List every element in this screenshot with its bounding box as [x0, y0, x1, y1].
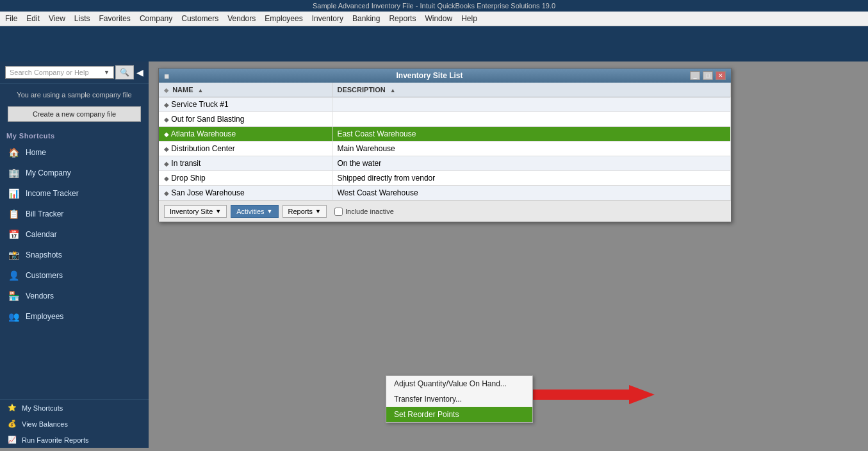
menu-item-transfer-inventory[interactable]: Transfer Inventory...: [386, 391, 532, 407]
menu-inventory[interactable]: Inventory: [312, 14, 343, 23]
sidebar-label-my-company: My Company: [26, 168, 71, 177]
svg-marker-0: [527, 385, 655, 404]
sidebar-item-calendar[interactable]: 📅 Calendar: [0, 224, 149, 245]
menu-window[interactable]: Window: [425, 14, 452, 23]
include-inactive-checkbox[interactable]: Include inactive: [334, 208, 394, 216]
inventory-site-dropdown[interactable]: Inventory Site ▼: [164, 205, 227, 218]
include-inactive-input[interactable]: [334, 208, 343, 216]
content-area: ◼ Inventory Site List _ □ ✕ ◆ NAME ▲: [149, 62, 868, 448]
sidebar-item-my-company[interactable]: 🏢 My Company: [0, 163, 149, 183]
sidebar-label-customers: Customers: [26, 271, 63, 280]
bill-tracker-icon: 📋: [8, 208, 19, 220]
menu-banking[interactable]: Banking: [352, 14, 380, 23]
sidebar-item-income-tracker[interactable]: 📊 Income Tracker: [0, 183, 149, 204]
sidebar-item-snapshots[interactable]: 📸 Snapshots: [0, 245, 149, 265]
sidebar-item-vendors[interactable]: 🏪 Vendors: [0, 286, 149, 306]
sidebar-label-bill-tracker: Bill Tracker: [26, 209, 63, 218]
menu-lists[interactable]: Lists: [74, 14, 90, 23]
sidebar: Search Company or Help ▼ 🔍 ◀ You are usi…: [0, 62, 149, 448]
toolbar-area: [0, 26, 868, 62]
window-title-bar: ◼ Inventory Site List _ □ ✕: [159, 69, 731, 83]
window-restore-icon[interactable]: ◼: [164, 72, 169, 79]
col-header-description[interactable]: DESCRIPTION ▲: [332, 83, 731, 97]
my-shortcuts-icon: ⭐: [8, 404, 17, 412]
search-dropdown-arrow[interactable]: ▼: [104, 69, 110, 76]
row-bullet: ◆: [164, 190, 169, 197]
sidebar-label-my-shortcuts: My Shortcuts: [22, 404, 63, 412]
table-cell-description: [332, 112, 731, 127]
red-arrow-indicator: [527, 382, 655, 407]
table-row[interactable]: ◆ In transitOn the water: [159, 156, 731, 171]
menu-item-set-reorder-points[interactable]: Set Reorder Points: [386, 407, 532, 422]
home-icon: 🏠: [8, 147, 19, 158]
search-placeholder: Search Company or Help: [10, 69, 89, 76]
table-cell-description: Main Warehouse: [332, 142, 731, 156]
table-row[interactable]: ◆ San Jose WarehouseWest Coast Warehouse: [159, 186, 731, 201]
row-bullet: ◆: [164, 131, 169, 138]
menu-vendors[interactable]: Vendors: [227, 14, 256, 23]
sidebar-item-home[interactable]: 🏠 Home: [0, 142, 149, 163]
sidebar-item-view-balances[interactable]: 💰 View Balances: [0, 416, 149, 432]
menu-file[interactable]: File: [5, 14, 17, 23]
reports-arrow: ▼: [315, 208, 321, 215]
activities-dropdown-menu: Adjust Quantity/Value On Hand... Transfe…: [386, 375, 533, 423]
table-cell-name: ◆ Drop Ship: [159, 171, 332, 186]
window-controls: _ □ ✕: [690, 71, 726, 80]
menu-favorites[interactable]: Favorites: [99, 14, 131, 23]
sidebar-item-my-shortcuts[interactable]: ⭐ My Shortcuts: [0, 400, 149, 416]
inventory-site-arrow: ▼: [215, 208, 221, 215]
table-cell-name: ◆ San Jose Warehouse: [159, 186, 332, 201]
table-row[interactable]: ◆ Drop ShipShipped directly from vendor: [159, 171, 731, 186]
vendors-icon: 🏪: [8, 290, 19, 302]
table-row[interactable]: ◆ Distribution CenterMain Warehouse: [159, 142, 731, 156]
search-input[interactable]: Search Company or Help ▼: [5, 66, 114, 79]
reports-label: Reports: [288, 208, 313, 215]
table-row[interactable]: ◆ Service Truck #1: [159, 97, 731, 112]
menu-reports[interactable]: Reports: [389, 14, 416, 23]
inventory-site-label: Inventory Site: [170, 208, 213, 215]
reports-dropdown[interactable]: Reports ▼: [283, 205, 327, 218]
activities-dropdown[interactable]: Activities ▼: [231, 205, 278, 218]
col-header-name[interactable]: ◆ NAME ▲: [159, 83, 332, 97]
table-row[interactable]: ◆ Atlanta WarehouseEast Coast Warehouse: [159, 127, 731, 142]
main-layout: Search Company or Help ▼ 🔍 ◀ You are usi…: [0, 62, 868, 448]
menu-help[interactable]: Help: [461, 14, 477, 23]
menu-company[interactable]: Company: [140, 14, 172, 23]
sidebar-item-run-reports[interactable]: 📈 Run Favorite Reports: [0, 432, 149, 448]
menu-edit[interactable]: Edit: [26, 14, 40, 23]
row-bullet: ◆: [164, 160, 169, 167]
inventory-window: ◼ Inventory Site List _ □ ✕ ◆ NAME ▲: [158, 68, 732, 222]
snapshots-icon: 📸: [8, 249, 19, 261]
table-cell-description: Shipped directly from vendor: [332, 171, 731, 186]
menu-item-adjust-qty[interactable]: Adjust Quantity/Value On Hand...: [386, 376, 532, 391]
table-cell-name: ◆ Service Truck #1: [159, 97, 332, 112]
sidebar-label-calendar: Calendar: [26, 230, 57, 239]
sidebar-label-run-reports: Run Favorite Reports: [22, 436, 89, 444]
table-row[interactable]: ◆ Out for Sand Blasting: [159, 112, 731, 127]
shortcuts-section-label: My Shortcuts: [0, 128, 149, 142]
menu-customers[interactable]: Customers: [181, 14, 218, 23]
create-company-button[interactable]: Create a new company file: [8, 106, 141, 122]
table-cell-name: ◆ Out for Sand Blasting: [159, 112, 332, 127]
collapse-button[interactable]: ◀: [136, 67, 143, 78]
search-button[interactable]: 🔍: [115, 65, 134, 79]
sidebar-bottom: ⭐ My Shortcuts 💰 View Balances 📈 Run Fav…: [0, 399, 149, 448]
sidebar-item-bill-tracker[interactable]: 📋 Bill Tracker: [0, 204, 149, 224]
sidebar-label-home: Home: [26, 148, 46, 157]
window-maximize-button[interactable]: □: [703, 71, 713, 80]
sidebar-item-employees[interactable]: 👥 Employees: [0, 306, 149, 327]
view-balances-icon: 💰: [8, 420, 17, 428]
customers-icon: 👤: [8, 270, 19, 281]
menu-bar: File Edit View Lists Favorites Company C…: [0, 12, 868, 26]
window-minimize-button[interactable]: _: [690, 71, 700, 80]
window-bottom-bar: Inventory Site ▼ Activities ▼ Reports ▼ …: [159, 201, 731, 222]
sidebar-item-customers[interactable]: 👤 Customers: [0, 265, 149, 286]
menu-employees[interactable]: Employees: [265, 14, 302, 23]
sidebar-label-income-tracker: Income Tracker: [26, 189, 79, 198]
table-cell-description: West Coast Warehouse: [332, 186, 731, 201]
window-close-button[interactable]: ✕: [716, 71, 726, 80]
employees-icon: 👥: [8, 311, 19, 322]
table-cell-description: [332, 97, 731, 112]
include-inactive-label: Include inactive: [345, 208, 394, 215]
menu-view[interactable]: View: [49, 14, 65, 23]
